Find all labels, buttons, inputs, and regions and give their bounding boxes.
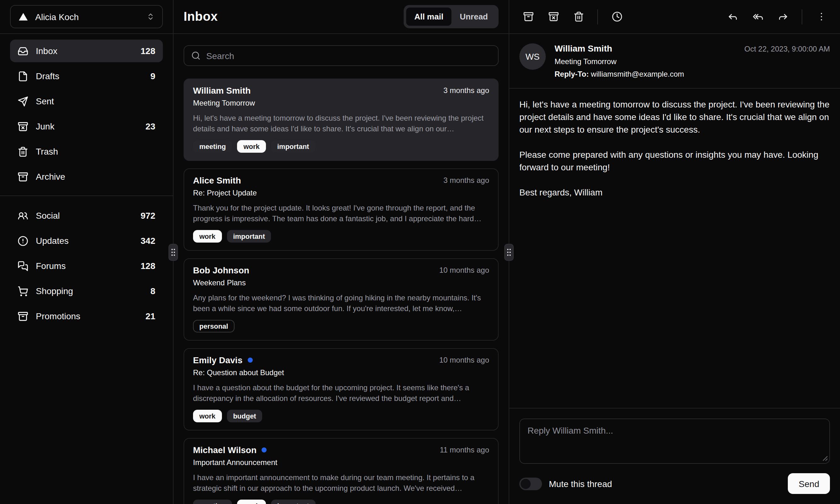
email-list-item[interactable]: Emily Davis 10 months ago Re: Question a… xyxy=(183,348,498,431)
clock-button[interactable] xyxy=(606,5,628,28)
account-name: Alicia Koch xyxy=(35,12,140,22)
unread-dot xyxy=(247,358,252,363)
label-badge-important: important xyxy=(227,230,271,242)
email-labels: workbudget xyxy=(193,410,489,422)
archive-x-icon xyxy=(548,11,559,22)
tab-unread[interactable]: Unread xyxy=(452,7,496,26)
email-snippet: Hi, let's have a meeting tomorrow to dis… xyxy=(193,113,489,134)
email-subject: Important Announcement xyxy=(193,458,489,467)
chevrons-up-down-icon xyxy=(146,13,155,21)
search-input[interactable] xyxy=(206,51,491,61)
email-list-item[interactable]: Bob Johnson 10 months ago Weekend Plans … xyxy=(183,258,498,341)
email-time: 3 months ago xyxy=(443,176,489,185)
toolbar-right-group xyxy=(721,5,833,28)
label-badge-work: work xyxy=(237,140,266,153)
label-badge-meeting: meeting xyxy=(193,140,232,153)
sidebar-item-drafts[interactable]: Drafts 9 xyxy=(10,65,163,87)
list-resize-handle[interactable] xyxy=(504,244,514,261)
mute-thread-label: Mute this thread xyxy=(549,479,612,489)
email-time: 11 months ago xyxy=(440,446,489,454)
alert-circle-icon xyxy=(18,235,28,246)
label-badge-work: work xyxy=(193,410,222,422)
search-box xyxy=(183,45,498,66)
email-subject: Weekend Plans xyxy=(193,278,489,287)
email-labels: workimportant xyxy=(193,230,489,242)
message-body: Hi, let's have a meeting tomorrow to dis… xyxy=(509,89,840,408)
trash-icon xyxy=(18,146,28,157)
avatar: WS xyxy=(519,43,546,70)
search-icon xyxy=(191,51,200,60)
label-badge-work: work xyxy=(193,230,222,242)
email-list-item[interactable]: William Smith 3 months ago Meeting Tomor… xyxy=(183,78,498,161)
sidebar-nav-primary: Inbox 128 Drafts 9 Sent Junk 23 Trash Ar… xyxy=(0,34,173,193)
email-list: William Smith 3 months ago Meeting Tomor… xyxy=(174,66,509,504)
reply-all-button[interactable] xyxy=(746,5,769,28)
email-snippet: Any plans for the weekend? I was thinkin… xyxy=(193,293,489,314)
email-labels: meetingworkimportant xyxy=(193,140,489,153)
sidebar-item-social[interactable]: Social 972 xyxy=(10,204,163,227)
archive-x-button[interactable] xyxy=(542,5,565,28)
reply-button[interactable] xyxy=(721,5,744,28)
send-icon xyxy=(18,96,28,107)
forward-button[interactable] xyxy=(771,5,794,28)
label-badge-budget: budget xyxy=(227,410,262,422)
reply-textarea[interactable] xyxy=(519,418,830,464)
email-time: 10 months ago xyxy=(439,266,489,275)
switch-thumb xyxy=(521,479,531,489)
email-snippet: I have an important announcement to make… xyxy=(193,472,489,494)
email-sender: Michael Wilson xyxy=(193,445,257,455)
reply-icon xyxy=(727,11,738,22)
email-sender: Alice Smith xyxy=(193,175,241,185)
more-vertical-button[interactable] xyxy=(810,5,833,28)
search-section xyxy=(174,34,509,66)
mail-app: Alicia Koch Inbox 128 Drafts 9 Sent Junk… xyxy=(0,0,840,504)
archive-x-icon xyxy=(18,121,28,132)
email-subject: Meeting Tomorrow xyxy=(193,99,489,107)
mail-filter-tabs: All mail Unread xyxy=(404,5,498,28)
account-switcher[interactable]: Alicia Koch xyxy=(10,5,163,28)
archive-icon xyxy=(18,171,28,182)
more-vertical-icon xyxy=(816,11,826,22)
sidebar-item-shopping[interactable]: Shopping 8 xyxy=(10,280,163,302)
messages-square-icon xyxy=(18,260,28,271)
sidebar-item-archive[interactable]: Archive xyxy=(10,165,163,188)
email-snippet: Thank you for the project update. It loo… xyxy=(193,203,489,224)
toolbar-separator xyxy=(597,9,598,24)
message-sender-name: William Smith xyxy=(555,43,684,53)
email-sender: William Smith xyxy=(193,86,250,95)
sidebar-item-forums[interactable]: Forums 128 xyxy=(10,254,163,277)
label-badge-important: important xyxy=(271,500,315,504)
inbox-icon xyxy=(18,46,28,56)
email-list-pane: Inbox All mail Unread William Smith 3 mo… xyxy=(174,0,509,504)
email-labels: meetingworkimportant xyxy=(193,500,489,504)
sidebar-item-promotions[interactable]: Promotions 21 xyxy=(10,305,163,327)
message-date: Oct 22, 2023, 9:00:00 AM xyxy=(745,43,830,53)
mute-thread-switch[interactable] xyxy=(519,477,542,490)
email-list-item[interactable]: Alice Smith 3 months ago Re: Project Upd… xyxy=(183,168,498,251)
email-labels: personal xyxy=(193,320,489,332)
sidebar-item-updates[interactable]: Updates 342 xyxy=(10,229,163,252)
reading-toolbar xyxy=(509,0,840,34)
sidebar-item-inbox[interactable]: Inbox 128 xyxy=(10,40,163,62)
users-icon xyxy=(18,210,28,221)
trash-icon xyxy=(573,11,584,22)
reading-pane: WS William Smith Meeting Tomorrow Reply-… xyxy=(509,0,840,504)
reply-all-icon xyxy=(752,11,763,22)
message-reply-to: Reply-To: williamsmith@example.com xyxy=(555,70,684,78)
trash-button[interactable] xyxy=(567,5,590,28)
email-snippet: I have a question about the budget for t… xyxy=(193,383,489,404)
sidebar-separator xyxy=(0,195,173,196)
account-row: Alicia Koch xyxy=(0,0,173,34)
reply-to-email: williamsmith@example.com xyxy=(591,70,684,78)
tab-all-mail[interactable]: All mail xyxy=(406,7,452,26)
sidebar-resize-handle[interactable] xyxy=(169,244,178,261)
send-button[interactable]: Send xyxy=(788,473,830,494)
email-subject: Re: Project Update xyxy=(193,188,489,197)
sidebar-item-junk[interactable]: Junk 23 xyxy=(10,115,163,138)
reply-to-label: Reply-To: xyxy=(555,70,589,78)
sidebar-item-trash[interactable]: Trash xyxy=(10,140,163,163)
email-list-item[interactable]: Michael Wilson 11 months ago Important A… xyxy=(183,438,498,504)
sidebar-item-sent[interactable]: Sent xyxy=(10,90,163,112)
label-badge-work: work xyxy=(237,500,266,504)
archive-button[interactable] xyxy=(517,5,540,28)
